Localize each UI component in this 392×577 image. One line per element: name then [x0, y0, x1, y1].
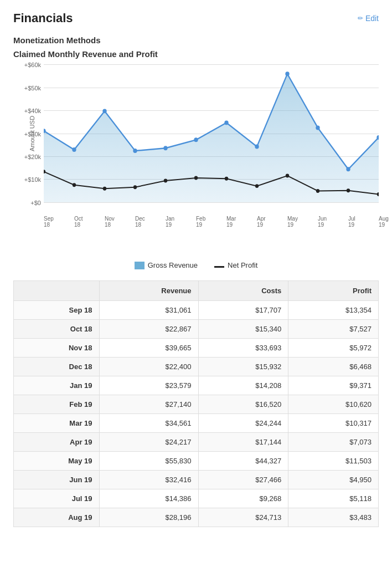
cell-costs: $16,520 — [198, 395, 288, 414]
svg-point-9 — [285, 72, 289, 76]
cell-profit: $7,527 — [288, 320, 379, 339]
svg-point-21 — [286, 174, 289, 178]
cell-period: Dec 18 — [14, 358, 100, 376]
cell-period: Aug 19 — [14, 508, 100, 527]
cell-profit: $7,073 — [288, 433, 379, 452]
svg-point-22 — [316, 189, 319, 193]
cell-revenue: $31,061 — [99, 301, 198, 320]
cell-profit: $5,972 — [288, 339, 379, 358]
svg-point-16 — [133, 185, 137, 189]
cell-period: Mar 19 — [14, 414, 100, 433]
cell-profit: $9,371 — [288, 376, 379, 395]
cell-period: Oct 18 — [14, 320, 100, 339]
legend-net-profit: Net Profit — [214, 261, 257, 269]
cell-costs: $9,268 — [198, 489, 288, 508]
monetization-section-title: Monetization Methods — [13, 35, 379, 45]
table-row: May 19 $55,830 $44,327 $11,503 — [14, 452, 379, 471]
table-row: Nov 18 $39,665 $33,693 $5,972 — [14, 339, 379, 358]
svg-point-2 — [72, 147, 76, 152]
chart-container: Amount USD +$60k +$50k +$40k +$30k +$20k… — [13, 64, 379, 231]
cell-profit: $13,354 — [288, 301, 379, 320]
cell-costs: $15,932 — [198, 358, 288, 376]
cell-costs: $24,244 — [198, 414, 288, 433]
cell-period: May 19 — [14, 452, 100, 471]
table-header-costs: Costs — [198, 281, 288, 301]
svg-point-14 — [73, 183, 76, 187]
cell-profit: $11,503 — [288, 452, 379, 471]
svg-point-7 — [224, 120, 228, 125]
cell-revenue: $22,400 — [99, 358, 198, 376]
edit-button[interactable]: ✏ Edit — [358, 14, 379, 23]
table-header-revenue: Revenue — [99, 281, 198, 301]
table-row: Jan 19 $23,579 $14,208 $9,371 — [14, 376, 379, 395]
cell-profit: $4,950 — [288, 471, 379, 489]
table-row: Apr 19 $24,217 $17,144 $7,073 — [14, 433, 379, 452]
table-row: Mar 19 $34,561 $24,244 $10,317 — [14, 414, 379, 433]
cell-revenue: $23,579 — [99, 376, 198, 395]
cell-costs: $15,340 — [198, 320, 288, 339]
table-row: Jul 19 $14,386 $9,268 $5,118 — [14, 489, 379, 508]
svg-point-17 — [164, 179, 167, 183]
cell-revenue: $55,830 — [99, 452, 198, 471]
cell-revenue: $14,386 — [99, 489, 198, 508]
cell-revenue: $28,196 — [99, 508, 198, 527]
svg-point-15 — [103, 187, 106, 191]
cell-revenue: $34,561 — [99, 414, 198, 433]
cell-profit: $6,468 — [288, 358, 379, 376]
cell-period: Sep 18 — [14, 301, 100, 320]
cell-period: Feb 19 — [14, 395, 100, 414]
cell-period: Jul 19 — [14, 489, 100, 508]
table-row: Aug 19 $28,196 $24,713 $3,483 — [14, 508, 379, 527]
svg-point-23 — [347, 188, 350, 192]
cell-profit: $10,317 — [288, 414, 379, 433]
svg-point-18 — [194, 176, 198, 180]
table-row: Dec 18 $22,400 $15,932 $6,468 — [14, 358, 379, 376]
legend-net-color — [214, 266, 224, 268]
cell-costs: $27,466 — [198, 471, 288, 489]
cell-revenue: $32,416 — [99, 471, 198, 489]
svg-point-3 — [102, 109, 106, 113]
financials-table: Revenue Costs Profit Sep 18 $31,061 $17,… — [13, 280, 379, 527]
svg-point-20 — [255, 184, 259, 188]
table-row: Oct 18 $22,867 $15,340 $7,527 — [14, 320, 379, 339]
legend-net-label: Net Profit — [228, 261, 257, 269]
svg-point-19 — [225, 177, 228, 181]
table-row: Sep 18 $31,061 $17,707 $13,354 — [14, 301, 379, 320]
svg-point-6 — [194, 137, 198, 142]
table-row: Feb 19 $27,140 $16,520 $10,620 — [14, 395, 379, 414]
chart-title: Claimed Monthly Revenue and Profit — [13, 49, 379, 59]
table-header-period — [14, 281, 100, 301]
legend-gross-label: Gross Revenue — [148, 261, 198, 269]
cell-period: Nov 18 — [14, 339, 100, 358]
gross-revenue-chart — [44, 64, 379, 202]
cell-period: Apr 19 — [14, 433, 100, 452]
page-title: Financials — [13, 11, 73, 25]
cell-revenue: $22,867 — [99, 320, 198, 339]
table-header-profit: Profit — [288, 281, 379, 301]
cell-revenue: $39,665 — [99, 339, 198, 358]
cell-period: Jan 19 — [14, 376, 100, 395]
x-axis-labels: Sep18 Oct18 Nov18 Dec18 Jan19 Feb19 Mar1… — [44, 216, 379, 228]
cell-profit: $5,118 — [288, 489, 379, 508]
svg-marker-0 — [44, 74, 379, 202]
edit-icon: ✏ — [358, 14, 363, 22]
cell-profit: $10,620 — [288, 395, 379, 414]
cell-costs: $33,693 — [198, 339, 288, 358]
cell-costs: $24,713 — [198, 508, 288, 527]
cell-costs: $17,144 — [198, 433, 288, 452]
svg-point-8 — [255, 145, 259, 149]
svg-point-10 — [316, 125, 319, 130]
cell-costs: $44,327 — [198, 452, 288, 471]
chart-legend: Gross Revenue Net Profit — [13, 261, 379, 269]
cell-period: Jun 19 — [14, 471, 100, 489]
table-row: Jun 19 $32,416 $27,466 $4,950 — [14, 471, 379, 489]
legend-gross-color — [135, 262, 145, 269]
cell-profit: $3,483 — [288, 508, 379, 527]
cell-revenue: $27,140 — [99, 395, 198, 414]
svg-point-11 — [346, 167, 350, 171]
cell-costs: $14,208 — [198, 376, 288, 395]
cell-costs: $17,707 — [198, 301, 288, 320]
chart-area: +$60k +$50k +$40k +$30k +$20k +$10k +$0 — [44, 64, 379, 203]
legend-gross-revenue: Gross Revenue — [135, 261, 198, 269]
svg-point-4 — [133, 149, 137, 153]
